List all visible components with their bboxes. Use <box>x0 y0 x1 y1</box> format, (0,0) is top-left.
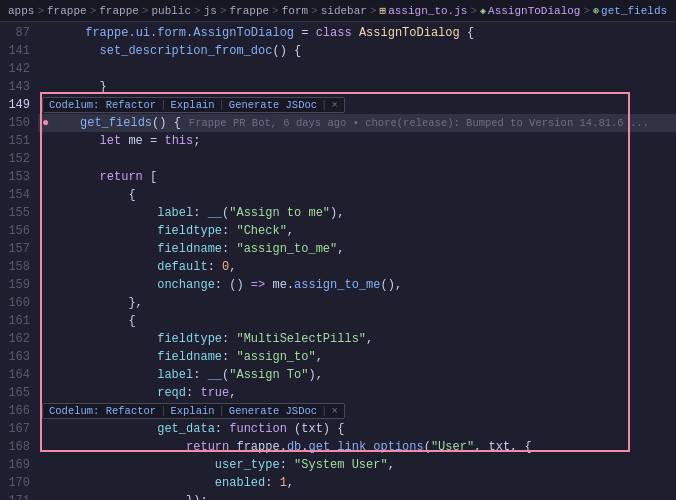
breadcrumb-frappe3[interactable]: frappe <box>229 5 269 17</box>
code-line-156: fieldname: "assign_to_me", <box>38 240 676 258</box>
breadcrumb-bar: apps > frappe > frappe > public > js > f… <box>0 0 676 22</box>
code-line-87: frappe.ui.form.AssignToDialog = class As… <box>38 24 676 42</box>
line-170: 170 <box>4 474 30 492</box>
breadcrumb-class[interactable]: AssignToDialog <box>488 5 580 17</box>
breadcrumb-apps[interactable]: apps <box>8 5 34 17</box>
code-line-166: return frappe.db.get_link_options("User"… <box>38 438 676 456</box>
line-164: 164 <box>4 366 30 384</box>
line-171: 171 <box>4 492 30 500</box>
codelens-explain[interactable]: Explain <box>170 97 214 113</box>
breadcrumb-file[interactable]: assign_to.js <box>388 5 467 17</box>
code-content: frappe.ui.form.AssignToDialog = class As… <box>38 22 676 500</box>
codelens-generate[interactable]: Generate JSDoc <box>229 97 317 113</box>
line-number-gutter: 87 141 142 143 149 150 151 152 153 154 1… <box>0 22 38 500</box>
code-line-161: fieldtype: "MultiSelectPills", <box>38 330 676 348</box>
line-153: 153 <box>4 168 30 186</box>
code-line-165: get_data: function (txt) { <box>38 420 676 438</box>
line-159: 159 <box>4 276 30 294</box>
codelens-generate2[interactable]: Generate JSDoc <box>229 403 317 419</box>
line-166: 166 <box>4 402 30 420</box>
breadcrumb-form[interactable]: form <box>282 5 308 17</box>
code-line-155: fieldtype: "Check", <box>38 222 676 240</box>
code-line-142 <box>38 60 676 78</box>
code-line-159: }, <box>38 294 676 312</box>
code-line-164: reqd: true, <box>38 384 676 402</box>
code-line-153: { <box>38 186 676 204</box>
codelens-bar-bottom[interactable]: Codelum: Refactor | Explain | Generate J… <box>42 403 345 419</box>
code-line-141: set_description_from_doc() { <box>38 42 676 60</box>
code-line-158: onchange: () => me.assign_to_me(), <box>38 276 676 294</box>
line-158: 158 <box>4 258 30 276</box>
line-163: 163 <box>4 348 30 366</box>
line-168: 168 <box>4 438 30 456</box>
code-line-160: { <box>38 312 676 330</box>
editor: 87 141 142 143 149 150 151 152 153 154 1… <box>0 22 676 500</box>
codelens-close2[interactable]: × <box>331 403 337 419</box>
line-143: 143 <box>4 78 30 96</box>
codelens-refactor[interactable]: Codelum: Refactor <box>49 97 156 113</box>
code-line-168: enabled: 1, <box>38 474 676 492</box>
line-149: 149 <box>4 96 30 114</box>
code-line-151 <box>38 150 676 168</box>
code-line-157: default: 0, <box>38 258 676 276</box>
breadcrumb-js[interactable]: js <box>204 5 217 17</box>
line-152: 152 <box>4 150 30 168</box>
code-line-167: user_type: "System User", <box>38 456 676 474</box>
line-160: 160 <box>4 294 30 312</box>
breadcrumb-frappe1[interactable]: frappe <box>47 5 87 17</box>
breadcrumb-frappe2[interactable]: frappe <box>99 5 139 17</box>
code-line-154: label: __("Assign to me"), <box>38 204 676 222</box>
breadcrumb-public[interactable]: public <box>151 5 191 17</box>
breadcrumb-fn[interactable]: get_fields <box>601 5 667 17</box>
code-line-163: label: __("Assign To"), <box>38 366 676 384</box>
code-line-149: ● get_fields() { Frappe PR Bot, 6 days a… <box>38 114 676 132</box>
line-87: 87 <box>4 24 30 42</box>
line-162: 162 <box>4 330 30 348</box>
line-154: 154 <box>4 186 30 204</box>
codelens-explain2[interactable]: Explain <box>170 403 214 419</box>
codelens-close[interactable]: × <box>331 97 337 113</box>
line-157: 157 <box>4 240 30 258</box>
code-line-162: fieldname: "assign_to", <box>38 348 676 366</box>
line-151: 151 <box>4 132 30 150</box>
line-141: 141 <box>4 42 30 60</box>
line-142: 142 <box>4 60 30 78</box>
code-line-150: let me = this; <box>38 132 676 150</box>
line-156: 156 <box>4 222 30 240</box>
code-line-143: } <box>38 78 676 96</box>
codelens-refactor2[interactable]: Codelum: Refactor <box>49 403 156 419</box>
line-165: 165 <box>4 384 30 402</box>
line-150: 150 <box>4 114 30 132</box>
codelens-bar-top[interactable]: Codelum: Refactor | Explain | Generate J… <box>42 97 345 113</box>
code-line-152: return [ <box>38 168 676 186</box>
line-155: 155 <box>4 204 30 222</box>
line-169: 169 <box>4 456 30 474</box>
breadcrumb-class-icon: ◈ <box>480 5 486 17</box>
breadcrumb-fn-icon: ⊛ <box>593 5 599 17</box>
line-167: 167 <box>4 420 30 438</box>
code-line-169: }); <box>38 492 676 500</box>
line-161: 161 <box>4 312 30 330</box>
breadcrumb-sidebar[interactable]: sidebar <box>321 5 367 17</box>
breadcrumb-file-icon: ⊞ <box>380 4 387 17</box>
